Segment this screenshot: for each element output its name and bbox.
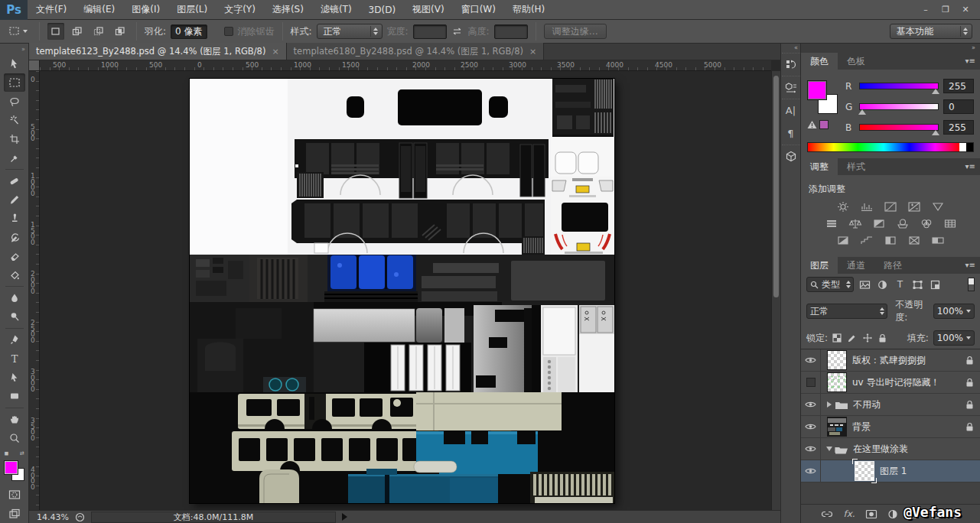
- invert-icon[interactable]: [834, 234, 852, 247]
- restore-button[interactable]: ❐: [937, 5, 954, 15]
- lasso-tool[interactable]: [4, 92, 25, 111]
- tab-layers[interactable]: 图层: [801, 257, 838, 274]
- layer-row-group-dontmove[interactable]: 不用动: [801, 394, 980, 416]
- width-input[interactable]: [413, 24, 447, 39]
- layer-name[interactable]: 不用动: [853, 398, 959, 411]
- layer-name[interactable]: 在这里做涂装: [853, 443, 980, 456]
- status-options-arrow-icon[interactable]: [342, 513, 347, 521]
- document-tab-inactive[interactable]: template6180_By2488.psd @ 14.4% (图层 1, R…: [287, 43, 545, 60]
- menu-view[interactable]: 视图(V): [404, 0, 453, 20]
- history-panel-icon[interactable]: [782, 53, 800, 76]
- layer-row-copyright[interactable]: 版权：贰肆捌捌捌: [801, 349, 980, 372]
- gamut-swatch[interactable]: [819, 120, 829, 129]
- rectangle-tool[interactable]: [4, 387, 25, 406]
- tab-close-icon[interactable]: ×: [529, 47, 536, 57]
- layer-name[interactable]: uv 导出时记得隐藏！: [852, 376, 959, 389]
- layer-name[interactable]: 版权：贰肆捌捌捌: [852, 354, 959, 367]
- pen-tool[interactable]: [4, 330, 25, 349]
- height-input[interactable]: [494, 24, 528, 39]
- tab-styles[interactable]: 样式: [838, 158, 874, 175]
- curves-icon[interactable]: [881, 200, 900, 213]
- color-balance-icon[interactable]: [846, 217, 864, 230]
- visibility-toggle[interactable]: [801, 349, 821, 371]
- menu-image[interactable]: 图像(I): [123, 0, 168, 20]
- minimize-button[interactable]: –: [917, 5, 934, 15]
- clone-stamp-tool[interactable]: [4, 210, 25, 229]
- eraser-tool[interactable]: [4, 247, 25, 266]
- tab-close-icon[interactable]: ×: [272, 47, 278, 57]
- quick-mask-button[interactable]: [4, 486, 25, 505]
- adobe-drive-icon[interactable]: [75, 512, 85, 522]
- foreground-color-swatch[interactable]: [5, 461, 18, 474]
- black-white-icon[interactable]: [870, 217, 888, 230]
- hidden-eye-checkbox[interactable]: [806, 378, 816, 387]
- tab-color[interactable]: 颜色: [801, 53, 838, 70]
- ruler-origin-box[interactable]: [29, 60, 40, 71]
- menu-3d[interactable]: 3D(D): [360, 0, 404, 20]
- red-value[interactable]: 255: [943, 79, 974, 93]
- hue-saturation-icon[interactable]: [822, 217, 841, 230]
- lock-position-icon[interactable]: [863, 333, 872, 343]
- tab-adjustments[interactable]: 调整: [801, 158, 838, 175]
- zoom-tool[interactable]: [4, 428, 25, 447]
- menu-layer[interactable]: 图层(L): [168, 0, 216, 20]
- menu-window[interactable]: 窗口(W): [453, 0, 504, 20]
- layer-row-group-paint-here[interactable]: 在这里做涂装: [801, 438, 980, 460]
- style-dropdown[interactable]: 正常: [317, 24, 383, 39]
- opacity-input[interactable]: 100%: [933, 304, 975, 319]
- layer-thumbnail[interactable]: [855, 461, 874, 481]
- channel-mixer-icon[interactable]: [917, 217, 936, 230]
- document-area[interactable]: 500 1000 500 0 500 1000 1500 2000 2500 3…: [29, 60, 780, 510]
- visibility-toggle[interactable]: [801, 416, 821, 437]
- properties-panel-icon[interactable]: [782, 76, 800, 99]
- filter-kind-dropdown[interactable]: 类型: [806, 277, 854, 292]
- spot-healing-brush-tool[interactable]: [4, 171, 25, 190]
- lock-transparent-icon[interactable]: [832, 333, 842, 343]
- type-tool[interactable]: T: [4, 349, 25, 369]
- vibrance-icon[interactable]: [929, 200, 947, 213]
- tool-preset-picker[interactable]: [5, 24, 31, 39]
- tab-channels[interactable]: 通道: [838, 257, 874, 274]
- photo-filter-icon[interactable]: [894, 217, 912, 230]
- exposure-icon[interactable]: [905, 200, 923, 213]
- filter-smart-object-icon[interactable]: [929, 280, 942, 290]
- workspace-switcher[interactable]: 基本功能: [890, 24, 972, 39]
- blue-slider[interactable]: [859, 124, 939, 131]
- new-adjustment-layer-icon[interactable]: [887, 509, 898, 519]
- screen-mode-button[interactable]: [4, 504, 25, 523]
- filter-type-icon[interactable]: T: [894, 279, 907, 290]
- layer-thumbnail[interactable]: [827, 372, 847, 392]
- selective-color-icon[interactable]: [905, 234, 923, 247]
- red-slider[interactable]: [859, 83, 939, 89]
- 3d-panel-icon[interactable]: [782, 145, 800, 167]
- layer-row-layer1-selected[interactable]: 图层 1: [801, 460, 980, 482]
- scrollbar-thumb[interactable]: [773, 76, 779, 297]
- lock-all-icon[interactable]: [878, 333, 887, 343]
- canvas[interactable]: [190, 79, 614, 503]
- selection-add-button[interactable]: [69, 23, 86, 40]
- layer-style-icon[interactable]: fx.: [843, 508, 855, 519]
- feather-input[interactable]: 0 像素: [171, 24, 207, 39]
- refine-edge-button[interactable]: 调整边缘…: [544, 24, 607, 39]
- filter-shape-icon[interactable]: [911, 280, 924, 290]
- vertical-scrollbar[interactable]: [771, 71, 780, 510]
- blend-mode-dropdown[interactable]: 正常: [806, 304, 887, 319]
- lock-pixels-icon[interactable]: [848, 333, 857, 343]
- menu-select[interactable]: 选择(S): [264, 0, 312, 20]
- filter-adjustment-icon[interactable]: [876, 280, 889, 290]
- rectangular-marquee-tool[interactable]: [4, 73, 25, 93]
- close-button[interactable]: ✕: [957, 5, 974, 15]
- gradient-map-icon[interactable]: [929, 234, 947, 247]
- history-brush-tool[interactable]: [4, 228, 25, 247]
- crop-tool[interactable]: [4, 130, 25, 149]
- panel-menu-icon[interactable]: ▾≡: [965, 57, 975, 65]
- green-slider[interactable]: [859, 103, 939, 110]
- swap-dimensions-icon[interactable]: [451, 27, 464, 36]
- selection-new-button[interactable]: [47, 23, 64, 40]
- default-colors-icon[interactable]: ◼: [5, 450, 9, 458]
- group-expanded-triangle-icon[interactable]: [826, 447, 832, 451]
- filter-on-off-toggle[interactable]: [968, 278, 975, 291]
- visibility-toggle[interactable]: [801, 394, 821, 415]
- paint-bucket-tool[interactable]: [4, 266, 25, 285]
- toolbox-collapse-icon[interactable]: »: [0, 45, 28, 54]
